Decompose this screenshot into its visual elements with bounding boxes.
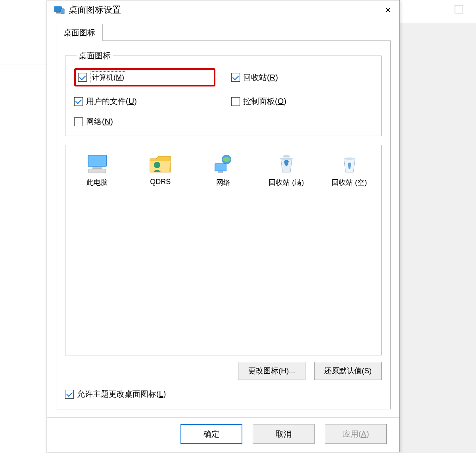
- checkbox-computer[interactable]: [78, 73, 87, 82]
- checkbox-computer-highlight: 计算机(M): [74, 68, 215, 86]
- thispc-icon: [84, 153, 110, 175]
- change-icon-button[interactable]: 更改图标(H)...: [238, 362, 305, 380]
- checkbox-recycle[interactable]: [231, 73, 240, 82]
- dialog-footer: 确定 取消 应用(A): [47, 417, 399, 452]
- icon-label: QDRS: [150, 178, 171, 186]
- apply-button[interactable]: 应用(A): [325, 424, 387, 444]
- ok-button[interactable]: 确定: [180, 424, 242, 444]
- tab-strip: 桌面图标: [47, 19, 399, 41]
- icon-item-recycle-empty[interactable]: 回收站 (空): [321, 151, 377, 190]
- ok-button-label: 确定: [203, 429, 219, 440]
- checkbox-userfiles-label: 用户的文件(U): [86, 96, 137, 107]
- svg-point-7: [154, 162, 160, 168]
- checkbox-controlpanel[interactable]: [231, 97, 240, 106]
- close-button[interactable]: ×: [379, 2, 397, 17]
- userfolder-icon: [148, 153, 173, 175]
- svg-rect-2: [61, 9, 64, 14]
- icon-item-network[interactable]: 网络: [196, 151, 251, 190]
- checkbox-network-row: 网络(N): [74, 116, 215, 127]
- background-left-panel: [0, 0, 47, 453]
- icon-item-recycle-full[interactable]: 回收站 (满): [258, 151, 314, 190]
- allow-theme-row: 允许主题更改桌面图标(L): [65, 389, 382, 399]
- tab-desktop-icons[interactable]: 桌面图标: [56, 24, 103, 41]
- cancel-button-label: 取消: [276, 429, 292, 440]
- checkbox-computer-label: 计算机(M): [92, 73, 124, 81]
- svg-rect-6: [88, 169, 106, 173]
- svg-point-13: [344, 157, 355, 160]
- checkbox-controlpanel-row: 控制面板(O): [231, 96, 372, 107]
- change-icon-button-label: 更改图标(H)...: [248, 366, 295, 376]
- svg-rect-5: [92, 167, 102, 169]
- icon-item-thispc[interactable]: 此电脑: [69, 151, 125, 190]
- checkbox-recycle-row: 回收站(R): [231, 68, 372, 86]
- icon-buttons-row: 更改图标(H)... 还原默认值(S): [65, 362, 382, 380]
- icon-preview-list[interactable]: 此电脑 QDRS: [65, 145, 382, 355]
- checkbox-userfiles-row: 用户的文件(U): [74, 96, 215, 107]
- icon-label: 此电脑: [86, 178, 108, 187]
- svg-point-12: [280, 157, 293, 160]
- checkbox-network[interactable]: [74, 117, 83, 126]
- icon-label: 网络: [216, 178, 230, 187]
- dialog-title-icon: [54, 6, 65, 14]
- dialog-title: 桌面图标设置: [69, 4, 379, 16]
- checkbox-controlpanel-label: 控制面板(O): [243, 96, 286, 107]
- tab-label: 桌面图标: [63, 28, 95, 37]
- close-icon: ×: [385, 4, 391, 16]
- recycle-empty-icon: [337, 153, 362, 175]
- icon-label: 回收站 (空): [332, 178, 367, 187]
- titlebar: 桌面图标设置 ×: [47, 0, 399, 19]
- checkbox-recycle-label: 回收站(R): [243, 72, 278, 83]
- tab-panel: 桌面图标 计算机(M) 回收站(R) 用户的文件(U): [56, 41, 391, 409]
- background-divider: [0, 65, 46, 65]
- desktop-icons-group: 桌面图标 计算机(M) 回收站(R) 用户的文件(U): [65, 50, 382, 136]
- restore-defaults-button[interactable]: 还原默认值(S): [314, 362, 382, 380]
- checkbox-allow-theme[interactable]: [65, 390, 74, 399]
- checkbox-computer-label-focus: 计算机(M): [90, 71, 126, 83]
- cancel-button[interactable]: 取消: [253, 424, 315, 444]
- network-icon: [211, 153, 236, 175]
- svg-rect-11: [218, 171, 223, 173]
- background-square-icon: [455, 5, 463, 13]
- checkbox-userfiles[interactable]: [74, 97, 83, 106]
- checkbox-network-label: 网络(N): [86, 116, 113, 127]
- icon-item-userfolder[interactable]: QDRS: [132, 151, 188, 190]
- restore-defaults-button-label: 还原默认值(S): [324, 366, 372, 376]
- recycle-full-icon: [274, 153, 299, 175]
- svg-rect-10: [215, 164, 226, 171]
- desktop-icon-settings-dialog: 桌面图标设置 × 桌面图标 桌面图标 计算机(M): [47, 0, 400, 452]
- checkbox-allow-theme-label: 允许主题更改桌面图标(L): [77, 389, 166, 399]
- svg-rect-4: [88, 155, 106, 166]
- group-legend: 桌面图标: [77, 50, 113, 61]
- apply-button-label: 应用(A): [343, 429, 369, 440]
- icon-label: 回收站 (满): [269, 178, 304, 187]
- svg-rect-1: [56, 12, 60, 13]
